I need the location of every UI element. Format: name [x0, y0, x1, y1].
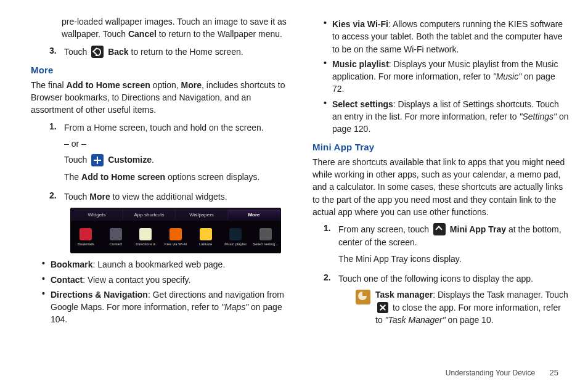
music-icon: [229, 228, 242, 240]
or-divider: – or –: [64, 137, 288, 150]
text: to view the additional widgets.: [110, 192, 227, 202]
app-contact: Contact: [101, 221, 131, 253]
text: options screen displays.: [165, 172, 259, 182]
bold: Mini App Tray: [450, 224, 506, 234]
bold: Directions & Navigation: [51, 290, 148, 300]
ref-music: "Music": [493, 71, 522, 81]
customize-plus-icon: [91, 154, 104, 166]
step-number: 2.: [49, 190, 64, 200]
step-number: 1.: [49, 121, 64, 131]
bold: Task manager: [375, 290, 433, 300]
text: The final: [31, 80, 67, 90]
bold: Select settings: [332, 99, 393, 109]
app-kies: Kies via Wi-Fi: [161, 221, 191, 253]
bold: Contact: [51, 275, 83, 285]
bold: Kies via Wi-Fi: [332, 19, 388, 29]
more-paragraph: The final Add to Home screen option, Mor…: [31, 79, 288, 116]
bullet-kies: • Kies via Wi-Fi: Allows computers runni…: [324, 18, 570, 55]
text: option,: [150, 80, 181, 90]
right-column: • Kies via Wi-Fi: Allows computers runni…: [312, 15, 570, 330]
more-tab-screenshot: Widgets App shortcuts Wallpapers More Bo…: [70, 208, 281, 253]
app-music: Music playlist: [221, 221, 251, 253]
task-manager-icon: [356, 290, 370, 304]
text: to return to the Home screen.: [131, 47, 243, 57]
bullet-music: • Music playlist: Displays your Music pl…: [324, 58, 570, 96]
directions-icon: [139, 228, 152, 240]
kies-icon: [169, 228, 182, 240]
bold: Add to Home screen: [67, 80, 150, 90]
ref-maps: "Maps": [221, 302, 248, 312]
app-select-settings: Select setting...: [250, 221, 280, 253]
page-number: 25: [550, 368, 558, 377]
text: : Launch a bookmarked web page.: [92, 259, 225, 269]
tab-app-shortcuts: App shortcuts: [123, 210, 176, 220]
mini-step-2: 2. Touch one of the following icons to d…: [324, 272, 570, 326]
footer-section: Understanding Your Device: [446, 369, 535, 377]
text: Touch: [64, 47, 89, 57]
bold: More: [181, 80, 202, 90]
ref-task-manager: "Task Manager": [385, 315, 446, 325]
app-bookmark: Bookmark: [71, 221, 101, 253]
bookmark-icon: [80, 228, 92, 240]
text: : Displays the Task manager. Touch: [433, 290, 568, 300]
bullet-bookmark: • Bookmark: Launch a bookmarked web page…: [42, 258, 288, 271]
section-heading-more: More: [31, 65, 288, 75]
tab-more-active: More: [228, 210, 280, 220]
bullet-dot: •: [324, 18, 332, 28]
intro-text: pre-loaded wallpaper images. Touch an im…: [31, 15, 288, 41]
section-heading-mini-app-tray: Mini App Tray: [312, 142, 570, 152]
step-number: 3.: [49, 46, 64, 55]
ref-settings: "Settings": [519, 112, 557, 121]
customize-bold: Customize: [108, 155, 152, 165]
app-directions: Directions &: [131, 221, 161, 253]
text: Touch: [64, 192, 89, 202]
text: on page 10.: [446, 315, 494, 325]
bullet-dot: •: [324, 58, 332, 68]
app-latitude: Latitude: [190, 221, 221, 253]
task-manager-row: Task manager: Displays the Task manager.…: [356, 288, 570, 326]
mini-app-tray-icon: [433, 223, 446, 235]
back-icon: [91, 46, 104, 58]
more-step-1: 1. From a Home screen, touch and hold on…: [49, 121, 288, 187]
bullet-dot: •: [324, 98, 332, 108]
bullet-dot: •: [42, 288, 51, 298]
close-icon: [377, 302, 388, 313]
tab-widgets: Widgets: [71, 210, 123, 220]
bold: More: [89, 192, 110, 202]
bold: Music playlist: [332, 59, 389, 69]
text: to return to the Wallpaper menu.: [157, 29, 282, 39]
settings-icon: [259, 228, 272, 240]
text: The Mini App Tray icons display.: [338, 253, 570, 265]
back-bold: Back: [108, 47, 128, 57]
latitude-icon: [200, 228, 212, 240]
text: Touch: [64, 155, 89, 165]
cancel-bold: Cancel: [128, 29, 157, 39]
bullet-directions: • Directions & Navigation: Get direction…: [42, 288, 288, 326]
text: The: [64, 172, 81, 182]
text: .: [152, 155, 154, 165]
mini-paragraph: There are shortcuts available that link …: [312, 156, 570, 218]
text: Touch one of the following icons to disp…: [338, 272, 570, 285]
bullet-dot: •: [42, 274, 51, 284]
step-number: 1.: [324, 223, 338, 233]
page-footer: Understanding Your Device 25: [446, 368, 558, 377]
more-step-2: 2. Touch More to view the additional wid…: [49, 190, 288, 203]
step-3: 3. Touch Back to return to the Home scre…: [49, 46, 288, 59]
contact-icon: [110, 228, 122, 240]
bold: Bookmark: [51, 259, 92, 269]
mini-step-1: 1. From any screen, touch Mini App Tray …: [324, 223, 570, 269]
bullet-select-settings: • Select settings: Displays a list of Se…: [324, 98, 570, 136]
bullet-contact: • Contact: View a contact you specify.: [42, 274, 288, 286]
bullet-dot: •: [42, 258, 51, 268]
text: From a Home screen, touch and hold on th…: [64, 121, 288, 134]
left-column: pre-loaded wallpaper images. Touch an im…: [18, 15, 288, 330]
text: : View a contact you specify.: [83, 275, 190, 285]
tab-wallpapers: Wallpapers: [176, 210, 228, 220]
text: From any screen, touch: [338, 224, 431, 234]
bold: Add to Home screen: [81, 172, 165, 182]
step-number: 2.: [324, 272, 338, 282]
